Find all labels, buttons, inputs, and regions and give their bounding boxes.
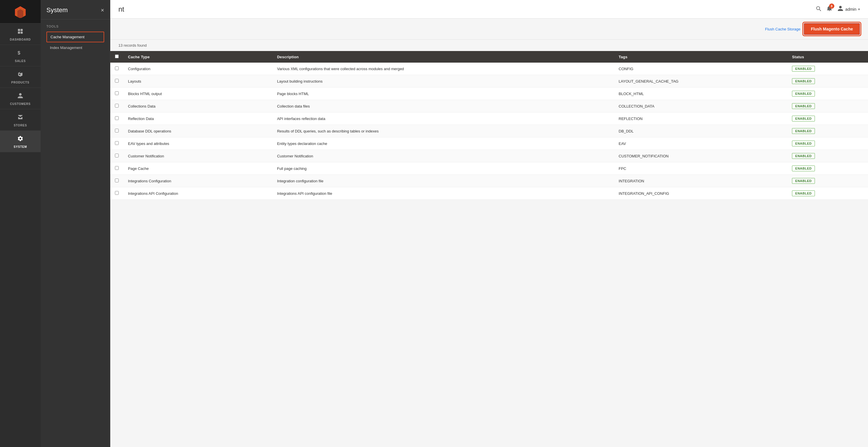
cache-type-cell: Database DDL operations	[123, 125, 273, 137]
svg-text:$: $	[18, 50, 21, 55]
admin-username: admin	[845, 7, 857, 11]
cache-type-cell: Integrations API Configuration	[123, 187, 273, 200]
cache-type-cell: Integrations Configuration	[123, 175, 273, 187]
description-cell: Integrations API configuration file	[273, 187, 614, 200]
table-header-status: Status	[787, 51, 868, 63]
row-checkbox[interactable]	[115, 153, 119, 158]
tags-cell: CONFIG	[614, 63, 787, 75]
status-cell: ENABLED	[787, 75, 868, 88]
content-area: Flush Cache Storage Flush Magento Cache …	[110, 19, 868, 447]
cache-type-cell: Reflection Data	[123, 112, 273, 125]
magento-logo-icon	[14, 5, 27, 18]
status-cell: ENABLED	[787, 63, 868, 75]
status-badge: ENABLED	[792, 116, 815, 122]
table-row: ConfigurationVarious XML configurations …	[110, 63, 868, 75]
status-badge: ENABLED	[792, 141, 815, 146]
sidebar-item-customers[interactable]: CUSTOMERS	[0, 88, 41, 109]
page-title: nt	[118, 5, 124, 13]
row-checkbox-cell	[110, 88, 123, 100]
system-panel-item-cache-management[interactable]: Cache Management	[46, 32, 104, 42]
admin-menu[interactable]: admin ▾	[837, 5, 860, 13]
sidebar-item-stores[interactable]: STORES	[0, 109, 41, 131]
svg-rect-6	[21, 32, 23, 34]
tags-cell: LAYOUT_GENERAL_CACHE_TAG	[614, 75, 787, 88]
table-row: Reflection DataAPI interfaces reflection…	[110, 112, 868, 125]
sidebar-item-label: PRODUCTS	[11, 81, 30, 84]
row-checkbox-cell	[110, 75, 123, 88]
description-cell: API interfaces reflection data	[273, 112, 614, 125]
row-checkbox-cell	[110, 125, 123, 137]
tags-cell: REFLECTION	[614, 112, 787, 125]
table-row: Customer NotificationCustomer Notificati…	[110, 150, 868, 162]
row-checkbox[interactable]	[115, 166, 119, 170]
description-cell: Page blocks HTML	[273, 88, 614, 100]
tags-cell: FPC	[614, 162, 787, 175]
system-panel-close-button[interactable]: ×	[101, 7, 104, 13]
row-checkbox-cell	[110, 187, 123, 200]
row-checkbox-cell	[110, 137, 123, 150]
select-all-checkbox[interactable]	[115, 55, 119, 58]
status-cell: ENABLED	[787, 175, 868, 187]
table-row: LayoutsLayout building instructionsLAYOU…	[110, 75, 868, 88]
sidebar-item-label: SYSTEM	[13, 145, 27, 148]
svg-rect-5	[18, 32, 20, 34]
description-cell: Layout building instructions	[273, 75, 614, 88]
system-panel: System × Tools Cache Management Index Ma…	[41, 0, 110, 447]
description-cell: Entity types declaration cache	[273, 137, 614, 150]
status-cell: ENABLED	[787, 187, 868, 200]
row-checkbox-cell	[110, 100, 123, 112]
status-badge: ENABLED	[792, 78, 815, 84]
system-panel-item-index-management[interactable]: Index Management	[46, 43, 104, 53]
system-panel-header: System ×	[41, 0, 110, 20]
action-bar: Flush Cache Storage Flush Magento Cache	[110, 19, 868, 40]
row-checkbox[interactable]	[115, 141, 119, 145]
sales-icon: $	[17, 49, 24, 58]
row-checkbox[interactable]	[115, 191, 119, 195]
records-count: 13 records found	[110, 40, 868, 51]
description-cell: Collection data files	[273, 100, 614, 112]
row-checkbox[interactable]	[115, 79, 119, 82]
cache-type-cell: Layouts	[123, 75, 273, 88]
tags-cell: DB_DDL	[614, 125, 787, 137]
sidebar-item-label: DASHBOARD	[10, 38, 31, 41]
row-checkbox[interactable]	[115, 116, 119, 120]
table-row: Database DDL operationsResults of DDL qu…	[110, 125, 868, 137]
search-button[interactable]	[815, 5, 822, 13]
row-checkbox[interactable]	[115, 91, 119, 95]
svg-marker-2	[18, 9, 23, 18]
flush-magento-cache-button[interactable]: Flush Magento Cache	[804, 23, 860, 35]
row-checkbox[interactable]	[115, 104, 119, 108]
status-badge: ENABLED	[792, 91, 815, 97]
status-badge: ENABLED	[792, 103, 815, 109]
sidebar-item-label: CUSTOMERS	[10, 102, 31, 105]
status-cell: ENABLED	[787, 100, 868, 112]
customers-icon	[17, 93, 24, 101]
svg-rect-4	[21, 29, 23, 31]
sidebar-item-system[interactable]: SYSTEM	[0, 131, 41, 152]
sidebar-item-products[interactable]: PRODUCTS	[0, 66, 41, 88]
sidebar-item-dashboard[interactable]: DASHBOARD	[0, 24, 41, 45]
sidebar-item-label: STORES	[13, 124, 27, 127]
flush-cache-storage-link[interactable]: Flush Cache Storage	[765, 27, 800, 31]
main-content: nt 8 admin ▾ Flush Cache Storage Flush M…	[110, 0, 868, 447]
status-cell: ENABLED	[787, 162, 868, 175]
tags-cell: CUSTOMER_NOTIFICATION	[614, 150, 787, 162]
sidebar-item-label: SALES	[15, 60, 26, 63]
row-checkbox-cell	[110, 112, 123, 125]
admin-avatar-icon	[837, 5, 844, 13]
system-panel-section-title: Tools	[46, 25, 104, 28]
products-icon	[17, 71, 24, 79]
tags-cell: BLOCK_HTML	[614, 88, 787, 100]
sidebar-item-sales[interactable]: $ SALES	[0, 45, 41, 66]
stores-icon	[17, 114, 24, 122]
status-badge: ENABLED	[792, 178, 815, 184]
status-badge: ENABLED	[792, 66, 815, 72]
table-row: Integrations ConfigurationIntegration co…	[110, 175, 868, 187]
row-checkbox-cell	[110, 162, 123, 175]
tags-cell: INTEGRATION	[614, 175, 787, 187]
row-checkbox[interactable]	[115, 66, 119, 70]
notifications-button[interactable]: 8	[826, 5, 833, 13]
row-checkbox[interactable]	[115, 129, 119, 133]
row-checkbox[interactable]	[115, 179, 119, 182]
cache-type-cell: Customer Notification	[123, 150, 273, 162]
